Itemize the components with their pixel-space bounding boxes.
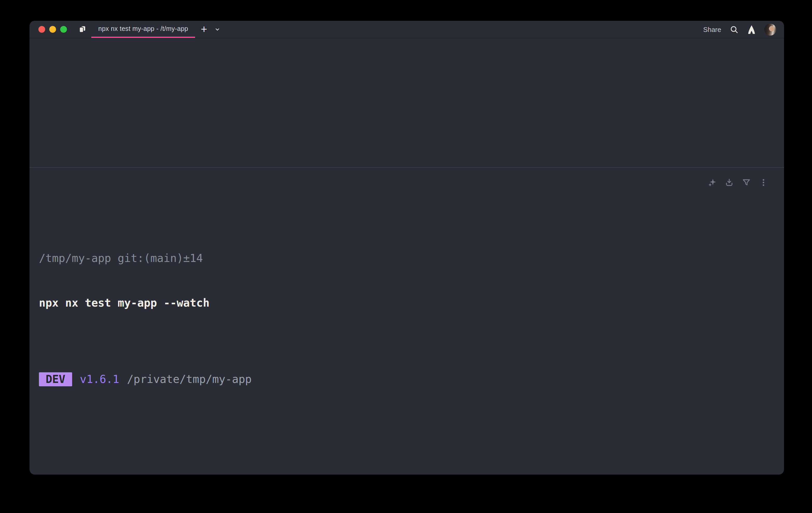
command-block[interactable]: /tmp/my-app git:(main)±14 npx nx test my… (30, 168, 784, 475)
sparkles-icon[interactable] (708, 178, 717, 187)
test-file-row: ✓src/app/app.component.spec.ts (3) (39, 471, 768, 475)
minimize-button[interactable] (49, 26, 56, 33)
titlebar: npx nx test my-app - /t/my-app + Share (30, 21, 784, 38)
titlebar-right-actions: Share (703, 21, 776, 38)
dev-badge: DEV (39, 372, 72, 386)
search-icon[interactable] (729, 25, 739, 34)
maximize-button[interactable] (60, 26, 67, 33)
share-button[interactable]: Share (703, 26, 721, 34)
user-avatar[interactable] (764, 24, 776, 35)
shell-prompt: /tmp/my-app git:(main)±14 (39, 251, 768, 265)
vitest-version: v1.6.1 (80, 372, 119, 386)
traffic-lights (30, 26, 72, 33)
pages-icon[interactable] (77, 24, 88, 34)
chevron-down-icon[interactable] (214, 26, 221, 33)
warp-terminal-window: npx nx test my-app - /t/my-app + Share (30, 21, 784, 475)
new-tab-button[interactable]: + (201, 24, 207, 35)
vitest-cwd: /private/tmp/my-app (127, 372, 252, 386)
test-tree: ✓src/app/app.component.spec.ts (3) ✓AppC… (39, 443, 768, 475)
tab-active[interactable]: npx nx test my-app - /t/my-app (91, 21, 195, 38)
block-toolbar (708, 178, 768, 187)
filter-icon[interactable] (742, 178, 751, 187)
warp-logo[interactable] (747, 25, 756, 34)
previous-block[interactable] (30, 38, 784, 168)
close-button[interactable] (38, 26, 45, 33)
download-icon[interactable] (725, 178, 734, 187)
command-text[interactable]: npx nx test my-app --watch (39, 296, 768, 310)
kebab-menu-icon[interactable] (759, 178, 768, 187)
vitest-header: DEV v1.6.1 /private/tmp/my-app (39, 372, 768, 386)
tab-title: npx nx test my-app - /t/my-app (98, 25, 188, 32)
